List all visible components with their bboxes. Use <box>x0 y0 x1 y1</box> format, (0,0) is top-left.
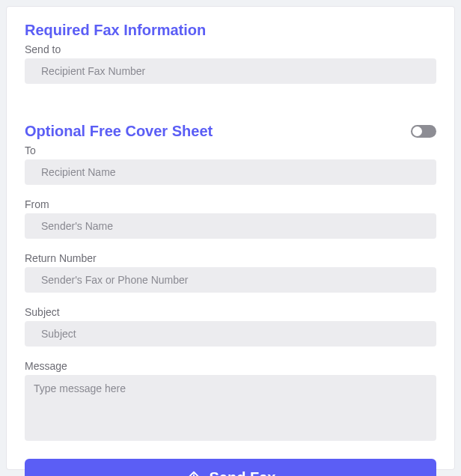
to-label: To <box>25 144 436 156</box>
return-input[interactable] <box>25 267 436 293</box>
cover-sheet-toggle[interactable] <box>411 125 436 138</box>
required-section-title: Required Fax Information <box>25 22 436 39</box>
sendto-label: Send to <box>25 43 436 55</box>
message-label: Message <box>25 360 436 372</box>
toggle-knob <box>412 126 422 136</box>
send-fax-button[interactable]: Send Fax <box>25 459 436 476</box>
fax-form-card: Required Fax Information Send to Optiona… <box>6 6 455 470</box>
send-icon <box>186 470 202 477</box>
optional-section-title: Optional Free Cover Sheet <box>25 123 213 140</box>
from-input[interactable] <box>25 213 436 239</box>
optional-header-row: Optional Free Cover Sheet <box>25 123 436 140</box>
to-input[interactable] <box>25 159 436 185</box>
from-label: From <box>25 198 436 210</box>
message-textarea[interactable] <box>25 375 436 441</box>
subject-input[interactable] <box>25 321 436 347</box>
send-fax-button-label: Send Fax <box>210 469 276 476</box>
subject-label: Subject <box>25 306 436 318</box>
sendto-input[interactable] <box>25 58 436 84</box>
return-label: Return Number <box>25 252 436 264</box>
